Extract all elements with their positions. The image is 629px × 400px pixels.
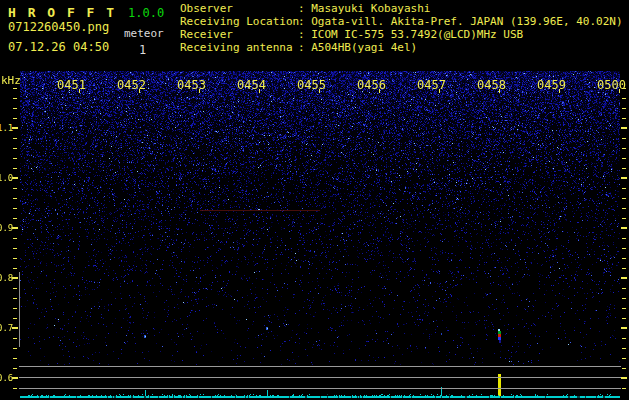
time-label: 0452 [117,78,146,92]
freq-major-tick [621,327,627,329]
freq-minor-tick [13,388,17,389]
app-version: 1.0.0 [128,6,164,20]
freq-minor-tick [622,118,626,119]
freq-minor-tick [622,338,626,339]
freq-minor-tick [13,368,17,369]
freq-major-tick [12,227,18,229]
level-reference-line [19,377,621,378]
freq-minor-tick [13,338,17,339]
freq-major-tick [12,127,18,129]
freq-major-tick [12,277,18,279]
freq-minor-tick [13,198,17,199]
time-tick [379,89,380,93]
spectrogram-noise [20,71,620,365]
info-value: Masayuki Kobayashi [311,2,430,15]
freq-major-tick [12,177,18,179]
freq-minor-tick [622,168,626,169]
freq-major-tick [621,277,627,279]
station-info: Observer: Masayuki Kobayashi Receiving L… [180,2,623,54]
freq-minor-tick [13,158,17,159]
time-tick [619,89,620,93]
freq-major-tick [621,177,627,179]
freq-minor-tick [13,188,17,189]
info-colon: : [298,41,311,54]
freq-minor-tick [13,118,17,119]
time-label: 0456 [357,78,386,92]
info-value: Ogata-vill. Akita-Pref. JAPAN (139.96E, … [311,15,622,28]
time-tick [139,89,140,93]
freq-minor-tick [13,318,17,319]
freq-minor-tick [622,238,626,239]
plot-left-edge-line [19,272,20,347]
output-filename: 0712260450.png [8,21,109,34]
freq-minor-tick [622,148,626,149]
freq-minor-tick [622,198,626,199]
mode-label: meteor [124,27,164,40]
freq-major-tick [621,377,627,379]
freq-minor-tick [13,358,17,359]
time-label: 0459 [537,78,566,92]
freq-minor-tick [13,238,17,239]
freq-minor-tick [13,218,17,219]
time-tick [79,89,80,93]
freq-minor-tick [622,358,626,359]
freq-minor-tick [13,138,17,139]
info-colon: : [298,15,311,28]
freq-minor-tick [622,258,626,259]
freq-minor-tick [13,298,17,299]
level-reference-line [19,366,621,367]
freq-minor-tick [13,308,17,309]
freq-minor-tick [13,288,17,289]
freq-major-tick [621,127,627,129]
freq-minor-tick [622,298,626,299]
freq-minor-tick [13,88,17,89]
time-tick [259,89,260,93]
info-value: ICOM IC-575 53.7492(@LCD)MHz USB [311,28,523,41]
freq-minor-tick [622,158,626,159]
time-tick [559,89,560,93]
info-colon: : [298,28,311,41]
freq-minor-tick [13,268,17,269]
time-tick [499,89,500,93]
info-row-antenna: Receiving antenna: A504HB(yagi 4el) [180,41,623,54]
info-label: Receiving antenna [180,41,298,54]
freq-minor-tick [13,108,17,109]
freq-minor-tick [622,368,626,369]
freq-minor-tick [13,168,17,169]
info-colon: : [298,2,311,15]
freq-minor-tick [622,88,626,89]
freq-minor-tick [13,258,17,259]
freq-minor-tick [622,188,626,189]
time-tick [199,89,200,93]
time-label: 0453 [177,78,206,92]
meteor-count: 1 [139,44,146,57]
time-label: 0451 [57,78,86,92]
time-label: 0458 [477,78,506,92]
freq-minor-tick [622,98,626,99]
freq-major-tick [621,227,627,229]
freq-minor-tick [13,348,17,349]
freq-minor-tick [622,268,626,269]
time-label: 0454 [237,78,266,92]
freq-minor-tick [622,348,626,349]
freq-minor-tick [622,208,626,209]
freq-minor-tick [13,248,17,249]
freq-minor-tick [622,318,626,319]
freq-minor-tick [622,388,626,389]
frequency-unit-label: kHz [1,74,21,87]
app-title: H R O F F T [8,5,116,20]
signal-level-trace [20,393,620,400]
freq-minor-tick [622,138,626,139]
freq-major-tick [12,327,18,329]
freq-minor-tick [622,218,626,219]
freq-minor-tick [622,308,626,309]
freq-minor-tick [13,148,17,149]
info-row-observer: Observer: Masayuki Kobayashi [180,2,623,15]
freq-minor-tick [622,248,626,249]
time-label: 0500 [597,78,626,92]
hrofft-output-window: H R O F F T1.0.0 0712260450.png meteor 0… [0,0,629,400]
time-label: 0457 [417,78,446,92]
freq-minor-tick [13,98,17,99]
freq-minor-tick [622,288,626,289]
freq-minor-tick [13,208,17,209]
